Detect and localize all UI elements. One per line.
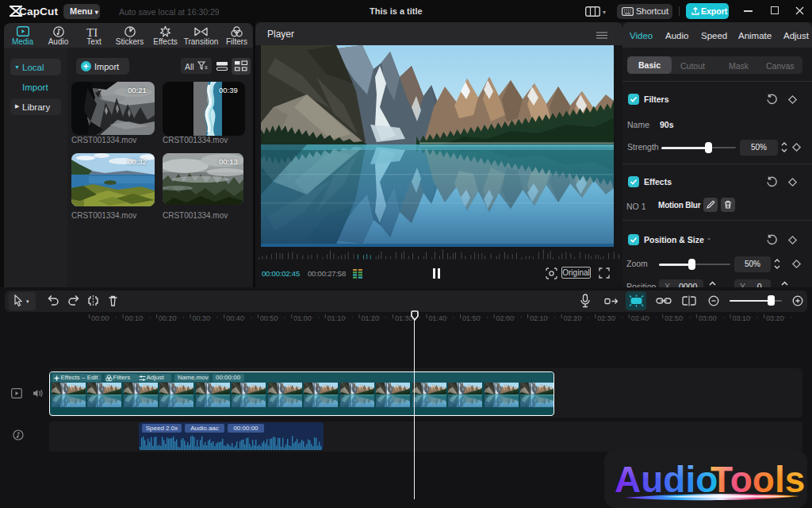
svg-text:00:20: 00:20 [159,314,177,322]
svg-text:00:00: 00:00 [91,314,109,322]
svg-text:01:40: 01:40 [429,314,447,322]
svg-text:02:30: 02:30 [597,314,615,322]
svg-text:01:50: 01:50 [462,314,481,322]
svg-text:01:20: 01:20 [361,314,379,322]
svg-text:03:00: 03:00 [699,314,717,322]
svg-text:00:40: 00:40 [226,314,244,322]
svg-text:00:30: 00:30 [193,314,211,322]
svg-text:Tools: Tools [710,459,804,500]
svg-text:02:50: 02:50 [665,314,683,322]
svg-text:02:10: 02:10 [530,314,548,322]
svg-text:02:20: 02:20 [564,314,582,322]
svg-text:02:00: 02:00 [496,314,515,322]
svg-text:02:40: 02:40 [631,314,649,322]
svg-text:00:50: 00:50 [260,314,278,322]
svg-text:03:20: 03:20 [766,314,784,322]
svg-text:01:10: 01:10 [327,314,346,322]
svg-text:Audio: Audio [615,459,718,500]
svg-text:03:10: 03:10 [732,314,750,322]
svg-text:00:10: 00:10 [125,314,144,322]
svg-text:TI: TI [86,26,98,37]
svg-text:01:00: 01:00 [293,314,312,322]
